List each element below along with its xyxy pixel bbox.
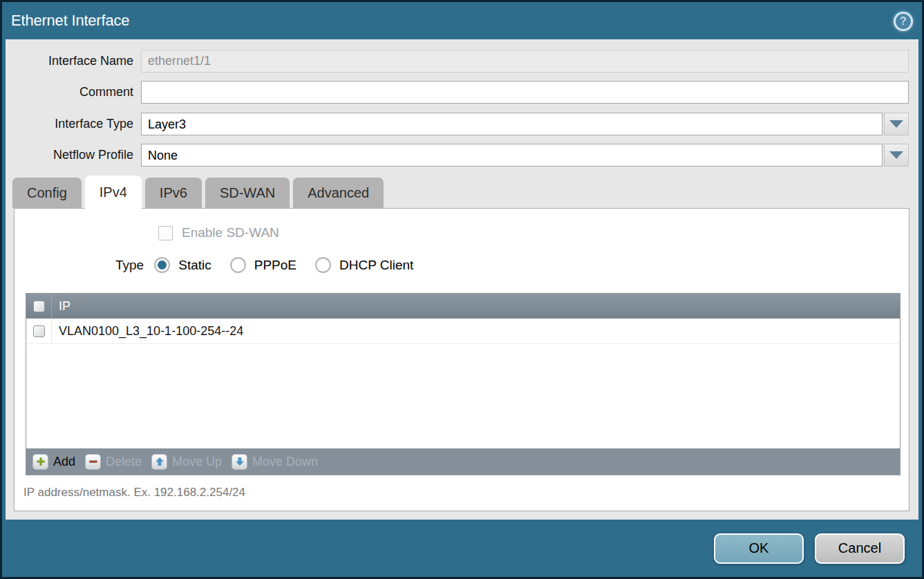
- netflow-profile-label: Netflow Profile: [6, 148, 141, 162]
- ip-table-header: IP: [26, 294, 900, 319]
- minus-icon: [85, 454, 101, 470]
- ip-cell: VLAN0100_L3_10-1-100-254--24: [52, 319, 243, 343]
- move-down-button[interactable]: Move Down: [232, 454, 318, 470]
- move-up-button[interactable]: Move Up: [151, 454, 222, 470]
- type-radio-group: Type Static PPPoE DHCP Client: [115, 257, 909, 273]
- radio-dhcp-client-label: DHCP Client: [339, 258, 413, 273]
- radio-pppoe[interactable]: PPPoE: [230, 257, 296, 273]
- add-button[interactable]: Add: [32, 454, 75, 470]
- ip-table-toolbar: Add Delete Move Up: [26, 448, 900, 475]
- dialog-titlebar: Ethernet Interface ?: [2, 2, 922, 39]
- dialog-content: Interface Name Comment Interface Type La…: [6, 39, 918, 520]
- ipv4-tab-panel: Enable SD-WAN Type Static PPPoE DHCP Cli…: [14, 208, 909, 511]
- interface-type-select[interactable]: Layer3: [141, 113, 883, 135]
- hint-text: IP address/netmask. Ex. 192.168.2.254/24: [23, 486, 909, 500]
- delete-button-label: Delete: [106, 455, 142, 469]
- cancel-button[interactable]: Cancel: [815, 533, 905, 564]
- radio-dhcp-client-control[interactable]: [315, 257, 331, 273]
- netflow-profile-select[interactable]: None: [141, 144, 883, 167]
- arrow-up-icon: [151, 454, 167, 470]
- interface-name-input: [141, 50, 909, 73]
- dialog-title: Ethernet Interface: [11, 12, 129, 30]
- add-button-label: Add: [53, 455, 75, 469]
- ip-table-body: VLAN0100_L3_10-1-100-254--24: [26, 319, 900, 448]
- chevron-down-icon: [889, 120, 903, 128]
- radio-static-control[interactable]: [154, 257, 170, 273]
- tab-config[interactable]: Config: [12, 178, 82, 208]
- radio-dhcp-client[interactable]: DHCP Client: [315, 257, 413, 273]
- ip-table: IP VLAN0100_L3_10-1-100-254--24: [26, 293, 901, 475]
- select-all-checkbox[interactable]: [33, 301, 45, 312]
- ethernet-interface-dialog: Ethernet Interface ? Interface Name Comm…: [0, 0, 924, 579]
- radio-static[interactable]: Static: [154, 257, 211, 273]
- row-checkbox[interactable]: [33, 325, 45, 337]
- plus-icon: [32, 454, 48, 470]
- enable-sdwan-checkbox[interactable]: [158, 226, 173, 240]
- tab-ipv4[interactable]: IPv4: [85, 175, 142, 209]
- dialog-footer: OK Cancel: [2, 520, 922, 577]
- interface-type-dropdown-button[interactable]: [884, 113, 909, 135]
- type-label: Type: [115, 258, 144, 273]
- arrow-down-icon: [232, 454, 247, 470]
- interface-name-row: Interface Name: [6, 50, 909, 73]
- help-icon[interactable]: ?: [894, 12, 913, 31]
- table-row[interactable]: VLAN0100_L3_10-1-100-254--24: [26, 319, 900, 344]
- netflow-profile-row: Netflow Profile None: [6, 144, 909, 167]
- move-up-button-label: Move Up: [172, 455, 222, 469]
- tab-ipv6[interactable]: IPv6: [145, 178, 202, 208]
- radio-pppoe-control[interactable]: [230, 257, 246, 273]
- move-down-button-label: Move Down: [252, 455, 318, 469]
- ip-column-header: IP: [52, 294, 70, 319]
- comment-row: Comment: [6, 81, 909, 104]
- delete-button[interactable]: Delete: [85, 454, 142, 470]
- enable-sdwan-label: Enable SD-WAN: [182, 225, 279, 240]
- tab-strip: Config IPv4 IPv6 SD-WAN Advanced: [12, 175, 918, 208]
- comment-input[interactable]: [141, 81, 909, 104]
- interface-type-label: Interface Type: [6, 117, 141, 131]
- tab-sdwan[interactable]: SD-WAN: [205, 178, 290, 208]
- radio-static-label: Static: [178, 258, 211, 273]
- radio-pppoe-label: PPPoE: [254, 258, 296, 273]
- ok-button[interactable]: OK: [714, 533, 804, 564]
- tab-advanced[interactable]: Advanced: [293, 178, 384, 208]
- enable-sdwan-row: Enable SD-WAN: [158, 225, 909, 240]
- comment-label: Comment: [6, 85, 141, 99]
- interface-name-label: Interface Name: [6, 54, 141, 68]
- netflow-profile-dropdown-button[interactable]: [884, 144, 909, 167]
- chevron-down-icon: [889, 151, 903, 159]
- interface-type-row: Interface Type Layer3: [6, 113, 909, 135]
